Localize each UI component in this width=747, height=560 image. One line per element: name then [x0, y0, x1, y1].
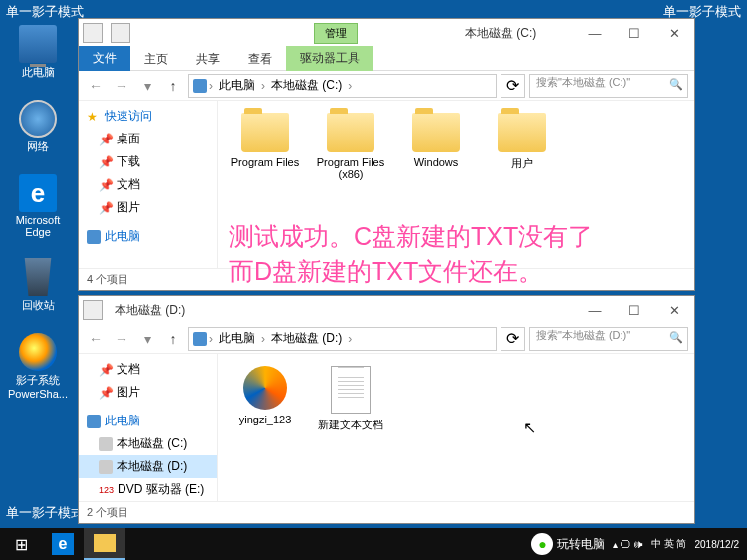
taskbar: ⊞ e ● 玩转电脑 ▴ 🖵 🕪 中 英 简 2018/12/2	[0, 528, 747, 560]
sidebar-drive[interactable]: 本地磁盘 (D:)	[79, 455, 217, 478]
file-list[interactable]: yingzi_123新建文本文档	[218, 354, 694, 501]
minimize-button[interactable]: —	[575, 296, 615, 324]
start-button[interactable]: ⊞	[0, 528, 42, 560]
maximize-button[interactable]: ☐	[615, 19, 654, 47]
sidebar-drive[interactable]: 本地磁盘 (C:)	[79, 432, 217, 455]
recent-button[interactable]: ▾	[136, 75, 158, 97]
forward-button[interactable]: →	[111, 75, 132, 97]
maximize-button[interactable]: ☐	[615, 296, 654, 324]
wechat-label: 玩转电脑	[557, 536, 605, 553]
titlebar[interactable]: 本地磁盘 (C:) 管理 — ☐ ✕	[79, 19, 694, 47]
icon-label: 网络	[8, 140, 68, 154]
drive-tools-tab[interactable]: 驱动器工具	[286, 46, 374, 71]
minimize-button[interactable]: —	[575, 19, 615, 47]
breadcrumb-segment[interactable]: 此电脑	[215, 330, 259, 347]
icon-label: Microsoft Edge	[8, 214, 68, 238]
status-bar: 2 个项目	[79, 501, 694, 523]
taskbar-edge[interactable]: e	[42, 528, 84, 560]
file-item[interactable]: yingzi_123	[226, 362, 304, 436]
folder-icon	[327, 113, 374, 152]
folder-icon	[241, 113, 289, 152]
dvd-label: DVD 驱动器 (E:)	[118, 481, 204, 498]
close-button[interactable]: ✕	[654, 19, 694, 47]
swirl-icon	[243, 366, 287, 410]
nav-pane: ★快速访问 📌桌面📌下载📌文档📌图片 此电脑	[79, 101, 218, 268]
pc-icon	[193, 332, 207, 346]
sidebar-item[interactable]: 📌桌面	[79, 128, 217, 150]
desktop-icon[interactable]: 影子系统 PowerSha...	[8, 333, 68, 400]
this-pc-node[interactable]: 此电脑	[79, 225, 217, 248]
file-item[interactable]: Program Files (x86)	[312, 109, 389, 184]
search-input[interactable]: 搜索"本地磁盘 (D:)"	[529, 327, 688, 351]
breadcrumb-segment[interactable]: 本地磁盘 (D:)	[267, 330, 346, 347]
pin-icon: 📌	[99, 386, 113, 400]
file-name: 用户	[487, 156, 557, 171]
wechat-watermark: ● 玩转电脑	[531, 533, 605, 555]
up-button[interactable]: ↑	[162, 328, 184, 350]
recent-button[interactable]: ▾	[136, 328, 158, 350]
icon: e	[19, 174, 57, 212]
tray-icons[interactable]: ▴ 🖵 🕪	[613, 539, 643, 550]
dvd-drive-node[interactable]: 123 DVD 驱动器 (E:)	[79, 478, 217, 501]
qat-icon[interactable]	[111, 23, 130, 43]
close-button[interactable]: ✕	[654, 296, 694, 324]
refresh-button[interactable]: ⟳	[501, 327, 525, 351]
this-pc-node[interactable]: 此电脑	[79, 410, 217, 432]
sidebar-item[interactable]: 📌图片	[79, 196, 217, 219]
pin-icon: 📌	[99, 155, 113, 169]
back-button[interactable]: ←	[85, 75, 107, 97]
titlebar[interactable]: 本地磁盘 (D:) — ☐ ✕	[79, 296, 694, 324]
ribbon: 文件 主页共享查看 驱动器工具	[79, 47, 694, 71]
icon	[19, 333, 57, 371]
this-pc-label: 此电脑	[105, 413, 140, 429]
desktop-icon[interactable]: eMicrosoft Edge	[8, 174, 68, 238]
file-list[interactable]: Program FilesProgram Files (x86)Windows用…	[218, 101, 694, 268]
sidebar-item[interactable]: 📌下载	[79, 150, 217, 173]
breadcrumb[interactable]: ›此电脑›本地磁盘 (C:)›	[188, 74, 497, 98]
file-item[interactable]: 用户	[483, 109, 561, 184]
quick-access[interactable]: ★快速访问	[79, 105, 217, 128]
file-item[interactable]: Windows	[397, 109, 475, 184]
system-tray[interactable]: ● 玩转电脑 ▴ 🖵 🕪 中 英 简 2018/12/2	[523, 533, 747, 555]
forward-button[interactable]: →	[111, 328, 132, 350]
file-item[interactable]: Program Files	[226, 109, 304, 184]
file-name: yingzi_123	[230, 414, 300, 425]
up-button[interactable]: ↑	[162, 75, 184, 97]
sidebar-item[interactable]: 📌文档	[79, 173, 217, 196]
sidebar-item[interactable]: 📌图片	[79, 381, 217, 404]
desktop-icon[interactable]: 回收站	[8, 258, 68, 313]
pin-icon: 📌	[99, 201, 113, 215]
drive-icon	[99, 460, 113, 474]
breadcrumb[interactable]: ›此电脑›本地磁盘 (D:)›	[188, 327, 497, 351]
breadcrumb-segment[interactable]: 本地磁盘 (C:)	[267, 77, 346, 94]
file-icon	[331, 366, 371, 414]
icon	[19, 100, 57, 138]
clock[interactable]: 2018/12/2	[695, 539, 740, 550]
desktop-icons: 此电脑网络eMicrosoft Edge回收站影子系统 PowerSha...	[8, 25, 68, 420]
status-bar: 4 个项目	[79, 268, 694, 290]
shadow-mode-label-bl: 单一影子模式	[6, 504, 84, 522]
explorer-window-c: 本地磁盘 (C:) 管理 — ☐ ✕ 文件 主页共享查看 驱动器工具 ← → ▾…	[78, 18, 695, 291]
quick-access-label: 快速访问	[105, 108, 152, 125]
file-item[interactable]: 新建文本文档	[312, 362, 389, 436]
ribbon-tab[interactable]: 查看	[234, 48, 286, 70]
breadcrumb-segment[interactable]: 此电脑	[215, 77, 259, 94]
back-button[interactable]: ←	[85, 328, 107, 350]
sidebar-item[interactable]: 📌文档	[79, 358, 217, 381]
pin-icon: 📌	[99, 363, 113, 377]
manage-contextual-tab[interactable]: 管理	[314, 23, 358, 44]
explorer-window-d: 本地磁盘 (D:) — ☐ ✕ ← → ▾ ↑ ›此电脑›本地磁盘 (D:)› …	[78, 295, 695, 524]
ime-indicator[interactable]: 中 英 简	[651, 537, 687, 551]
wechat-icon: ●	[531, 533, 553, 555]
ribbon-tab[interactable]: 主页	[130, 48, 182, 70]
desktop-icon[interactable]: 网络	[8, 100, 68, 154]
search-input[interactable]: 搜索"本地磁盘 (C:)"	[529, 74, 688, 98]
window-title: 本地磁盘 (D:)	[107, 302, 193, 319]
taskbar-explorer[interactable]	[84, 528, 125, 560]
ribbon-tab[interactable]: 共享	[182, 48, 234, 70]
refresh-button[interactable]: ⟳	[501, 74, 525, 98]
desktop-icon[interactable]: 此电脑	[8, 25, 68, 80]
app-icon	[83, 300, 103, 320]
drive-icon	[99, 437, 113, 451]
file-menu[interactable]: 文件	[79, 46, 130, 71]
